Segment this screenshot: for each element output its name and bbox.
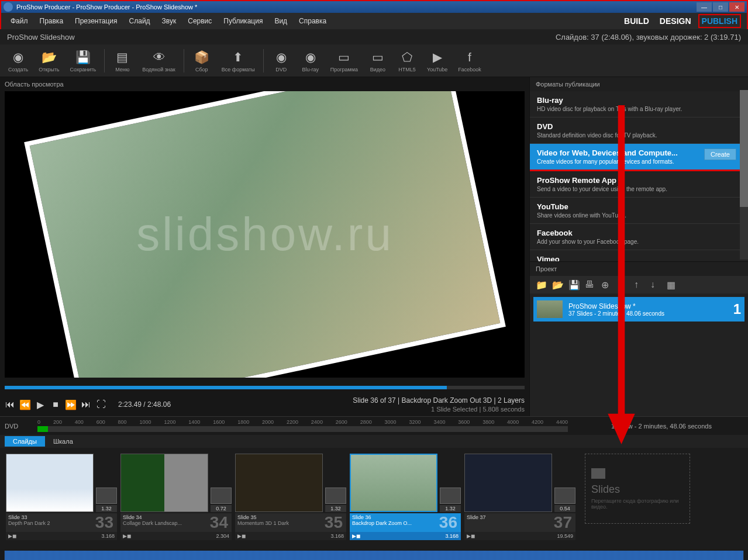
proj-remove-icon[interactable]: ⊖ [618,279,628,290]
preview-image [24,91,506,378]
close-button[interactable]: ✕ [729,2,744,12]
publish-item[interactable]: Blu-rayHD video disc for playback on TVs… [530,91,748,117]
menu-Публикация[interactable]: Публикация [219,15,267,27]
menu-Файл[interactable]: Файл [6,15,33,27]
menu-Сервис[interactable]: Сервис [183,15,216,27]
menu-Вид[interactable]: Вид [270,15,292,27]
tool-disc[interactable]: ◉DVD [267,48,295,74]
slide-play-icon[interactable]: ▶◼ [467,533,475,539]
proj-add-icon[interactable]: ⊕ [601,279,612,290]
proj-print-icon[interactable]: 🖶 [585,279,595,290]
slide-num: 36 [436,513,461,532]
ruler-row: DVD 020040060080010001200140016001800200… [0,416,748,435]
project-meta: 37 Slides - 2 minutes, 48.06 seconds [568,310,728,317]
transition-thumb[interactable] [96,488,117,504]
slide-thumb[interactable] [6,454,94,512]
waveform[interactable] [0,549,748,560]
tool-exe[interactable]: ▭Программа [326,48,363,74]
slide-play-icon[interactable]: ▶◼ [123,533,131,539]
svg-text:◉: ◉ [276,50,287,64]
scrollbar[interactable] [740,90,748,260]
slide-thumb[interactable] [120,454,208,512]
menu-Справка[interactable]: Справка [294,15,331,27]
slide-info-top: Slide 36 of 37 | Backdrop Dark Zoom Out … [353,396,525,405]
show-stats: Слайдов: 37 (2:48.06), звуковых дорожек:… [556,33,741,42]
publish-desc: Standard definition video disc for TV pl… [537,132,741,139]
tool-fb[interactable]: fFacebook [453,48,486,74]
tab-slides[interactable]: Слайды [5,436,45,447]
tool-html5[interactable]: ⬠HTML5 [393,48,421,74]
play-button[interactable]: ▶ [35,399,46,410]
tab-build[interactable]: BUILD [624,16,649,26]
titlebar[interactable]: ProShow Producer - ProShow Producer - Pr… [0,0,748,13]
app-icon [4,2,13,12]
minimize-button[interactable]: — [697,2,712,12]
tab-design[interactable]: DESIGN [660,16,691,26]
slide-thumb[interactable] [350,454,437,512]
publish-desc: HD video disc for playback on TVs with a… [537,106,741,112]
publish-item[interactable]: YouTubeShare videos online with YouTube. [530,198,748,224]
project-item[interactable]: ProShow Slideshow * 37 Slides - 2 minute… [533,297,744,322]
slide-card[interactable]: 1.32Slide 35Momentum 3D 1 Dark35▶◼3.168 [235,454,346,544]
maximize-button[interactable]: □ [713,2,728,12]
tool-new[interactable]: ◉Создать [4,48,33,74]
slide-card[interactable]: 1.32Slide 36Backdrop Dark Zoom O...36▶◼3… [350,454,461,544]
tool-save[interactable]: 💾Сохранить [66,48,101,74]
forward-button[interactable]: ⏩ [66,399,76,410]
tool-menu[interactable]: ▤Меню [108,48,136,74]
slide-thumb[interactable] [464,454,552,512]
menu-Звук[interactable]: Звук [157,15,181,27]
menu-Слайд[interactable]: Слайд [125,15,155,27]
fullscreen-button[interactable]: ⛶ [96,399,106,410]
create-button[interactable]: Create [704,148,736,160]
proj-new-icon[interactable]: 📁 [536,279,546,290]
slide-thumb[interactable] [235,454,323,512]
tool-video[interactable]: ▭Видео [364,48,392,74]
tool-yt[interactable]: ▶YouTube [422,48,452,74]
transition-thumb[interactable] [325,488,346,504]
transition-thumb[interactable] [440,488,461,504]
publish-item[interactable]: VimeoProduce and upload videos to Vimeo. [530,250,748,262]
transition-thumb[interactable] [554,488,575,504]
proj-open-icon[interactable]: 📂 [552,279,563,290]
last-button[interactable]: ⏭ [81,399,91,410]
tool-wm[interactable]: 👁Водяной знак [137,48,180,74]
timeline[interactable]: 1.32Slide 33Depth Pan Dark 233▶◼3.1680.7… [0,448,748,549]
menu-Правка[interactable]: Правка [35,15,68,27]
slide-play-icon[interactable]: ▶◼ [8,533,16,539]
ruler[interactable]: 0200400600800100012001400160018002000220… [37,419,568,433]
publish-item[interactable]: DVDStandard definition video disc for TV… [530,117,748,144]
preview-canvas[interactable] [5,91,525,378]
transition-duration: 0.72 [211,505,232,512]
tool-collect[interactable]: 📦Сбор [188,48,216,74]
svg-text:📦: 📦 [194,50,210,65]
stop-button[interactable]: ■ [50,399,61,410]
tool-disc[interactable]: ◉Blu-ray [297,48,325,74]
proj-down-icon[interactable]: ↓ [650,279,661,290]
subtitle-row: ProShow Slideshow Слайдов: 37 (2:48.06),… [0,29,748,44]
transition-thumb[interactable] [211,488,232,504]
first-button[interactable]: ⏮ [5,399,15,410]
tool-open[interactable]: 📂Открыть [34,48,64,74]
menu-Презентация[interactable]: Презентация [70,15,122,27]
scrubber[interactable] [5,386,525,389]
slides-placeholder[interactable]: SlidesПеретащите сюда фотографию или вид… [585,454,690,524]
publish-item[interactable]: ProShow Remote AppSend a video to your d… [530,171,748,198]
slide-card[interactable]: 0.54Slide 3737▶◼19.549 [464,454,575,544]
slide-play-icon[interactable]: ▶◼ [352,533,360,539]
publish-item[interactable]: Video for Web, Devices and Compute...Cre… [530,144,748,171]
proj-up-icon[interactable]: ↑ [634,279,644,290]
tab-scale[interactable]: Шкала [45,436,81,447]
proj-grid-icon[interactable]: ▦ [667,279,677,290]
timeline-tabs: Слайды Шкала [0,435,748,448]
tool-all[interactable]: ⬆Все форматы [217,48,260,74]
slide-card[interactable]: 1.32Slide 33Depth Pan Dark 233▶◼3.168 [6,454,117,544]
tab-publish[interactable]: PUBLISH [698,14,741,28]
slide-play-icon[interactable]: ▶◼ [237,533,246,539]
rewind-button[interactable]: ⏪ [20,399,30,410]
publish-item[interactable]: FacebookAdd your show to your Facebook p… [530,224,748,250]
preview-area: Область просмотра ⏮ ⏪ ▶ ■ ⏩ ⏭ ⛶ 2:23.49 … [0,77,529,416]
slide-card[interactable]: 0.72Slide 34Collage Dark Landscap...34▶◼… [120,454,232,544]
slide-name: Slide 33 [8,514,89,520]
proj-save-icon[interactable]: 💾 [568,279,579,290]
